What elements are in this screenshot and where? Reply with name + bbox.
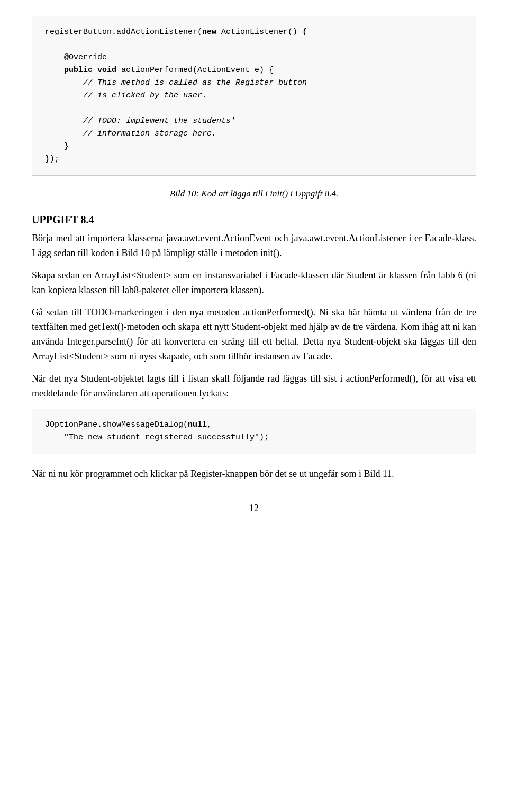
- code-block-2: JOptionPane.showMessageDialog(null, "The…: [32, 409, 476, 454]
- last-paragraph: När ni nu kör programmet och klickar på …: [32, 467, 476, 482]
- figure-caption: Bild 10: Kod att lägga till i init() i U…: [32, 188, 476, 199]
- page-number: 12: [32, 503, 476, 514]
- code-block-2-line-1: JOptionPane.showMessageDialog(null, "The…: [45, 420, 269, 442]
- paragraph-3: Gå sedan till TODO-markeringen i den nya…: [32, 305, 476, 365]
- code-line-1: registerButton.addActionListener(new Act…: [45, 28, 307, 164]
- section-title: UPPGIFT 8.4: [32, 214, 476, 226]
- paragraph-4: När det nya Student-objektet lagts till …: [32, 372, 476, 401]
- paragraph-1: Börja med att importera klasserna java.a…: [32, 231, 476, 261]
- code-block-1: registerButton.addActionListener(new Act…: [32, 16, 476, 176]
- paragraph-2: Skapa sedan en ArrayList<Student> som en…: [32, 268, 476, 298]
